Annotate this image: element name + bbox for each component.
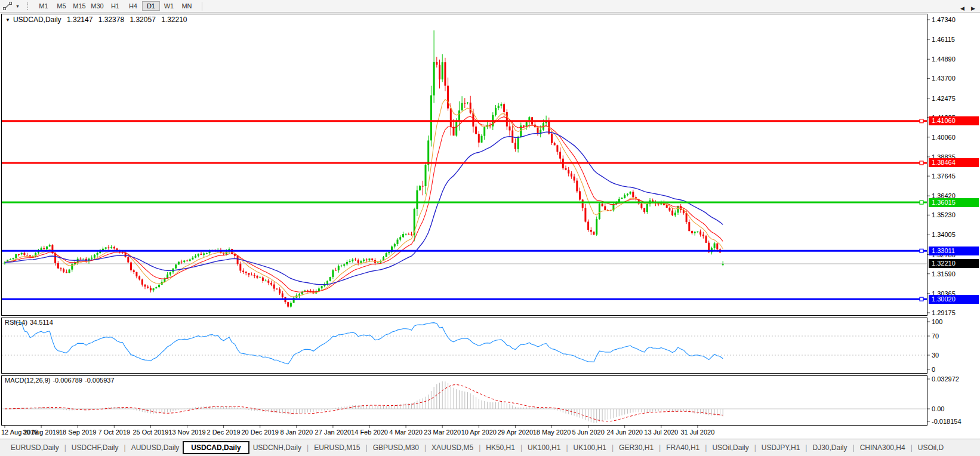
price-axis-tick: 1.31590 [932,270,956,278]
tab-separator: | [911,443,913,452]
hline-label[interactable]: 1.30020 [929,295,979,304]
tab-separator: | [805,443,807,452]
price-axis-tick: 1.47340 [932,16,956,23]
price-axis-tick: 1.40060 [932,134,956,141]
timeframe-button-m5[interactable]: M5 [53,1,70,11]
rsi-value: 34.5114 [30,319,53,326]
tab-separator: | [307,443,309,452]
chart-tab-fra40-h1[interactable]: FRA40,H1 [662,442,703,454]
date-axis-label: 14 Feb 2020 [351,429,388,436]
hline-label[interactable]: 1.38464 [929,158,979,167]
rsi-indicator-label: RSI(14)34.5114 [5,319,56,326]
timeframe-button-w1[interactable]: W1 [160,1,178,11]
date-axis-label: 30 Aug 2019 [23,429,60,436]
rsi-axis-tick: 70 [932,332,939,340]
price-axis-tick: 1.43700 [932,75,956,82]
title-marker-icon[interactable]: ▼ [5,17,10,23]
price-axis-tick: 1.34005 [932,231,956,238]
price-axis-tick: 1.42475 [932,95,956,102]
date-axis-label: 7 Oct 2019 [98,429,130,436]
chart-tab-china300-h4[interactable]: CHINA300,H4 [856,442,909,454]
tab-separator: | [64,443,66,452]
date-axis-label: 29 Apr 2020 [498,429,533,436]
macd-axis-tick: 0.00 [932,405,944,412]
tab-scroll-left-icon[interactable]: ◀ [960,5,964,11]
chart-tab-usdcnh-daily[interactable]: USDCNH,Daily [249,442,305,454]
trendline-tool-icon[interactable] [0,1,14,11]
tab-scroll-right-icon[interactable]: ▶ [971,5,975,11]
date-axis-label: 23 Mar 2020 [424,429,461,436]
date-axis-label: 10 Apr 2020 [461,429,497,436]
chart-tab-usoil-daily[interactable]: USOil,Daily [708,442,752,454]
chart-tab-usdjpy-h1[interactable]: USDJPY,H1 [758,442,803,454]
trading-terminal-window: ▼ M1M5M15M30H1H4D1W1MN ▼USDCAD,Daily 1.3… [0,0,980,456]
macd-main-value: -0.006789 [53,377,82,384]
chart-title: ▼USDCAD,Daily 1.32147 1.32378 1.32057 1.… [5,16,187,24]
date-axis-label: 8 Jan 2020 [281,429,313,436]
date-axis-label: 4 Mar 2020 [389,429,423,436]
rsi-axis-tick: 100 [932,318,942,325]
timeframe-button-d1[interactable]: D1 [142,1,160,11]
date-axis-label: 2 Dec 2019 [207,429,240,436]
macd-signal-value: -0.005937 [85,377,115,384]
timeframe-button-m30[interactable]: M30 [88,1,106,11]
current-price-label: 1.32210 [929,259,979,268]
timeframe-toolbar: ▼ M1M5M15M30H1H4D1W1MN [0,0,980,13]
price-axis-tick: 1.44890 [932,56,956,63]
tab-separator: | [124,443,126,452]
toolbar-grip[interactable] [27,2,29,10]
price-axis-tick: 1.35230 [932,211,956,218]
timeframe-button-mn[interactable]: MN [178,1,196,11]
date-axis-label: 25 Oct 2019 [132,429,168,436]
chart-tab-xauusd-m5[interactable]: XAUUSD,M5 [428,442,477,454]
chart-tab-uk100-h1[interactable]: UK100,H1 [524,442,564,454]
hline-label[interactable]: 1.36015 [929,198,979,207]
chart-tab-bar: EURUSD,Daily|USDCHF,Daily|AUDUSD,DailyUS… [0,439,980,456]
ohlc-close: 1.32210 [161,16,187,24]
toolbar-separator [202,2,202,11]
timeframe-button-h1[interactable]: H1 [106,1,124,11]
chart-tab-dj30-daily[interactable]: DJ30,Daily [809,442,850,454]
tab-separator: | [659,443,661,452]
chart-tab-usdchf-daily[interactable]: USDCHF,Daily [68,442,122,454]
toolbar-dropdown-caret[interactable]: ▼ [14,4,23,8]
macd-indicator-label: MACD(12,26,9)-0.006789-0.005937 [5,377,117,384]
date-axis-label: 5 Jun 2020 [572,429,604,436]
date-axis-label: 18 Sep 2019 [59,429,96,436]
tab-separator: | [612,443,614,452]
macd-axis-tick: 0.032972 [932,375,959,383]
chart-tab-audusd-daily[interactable]: AUDUSD,Daily [128,442,183,454]
date-axis-label: 13 Jul 2020 [644,429,678,436]
timeframe-button-m15[interactable]: M15 [70,1,88,11]
rsi-axis-tick: 30 [932,352,939,359]
timeframe-button-h4[interactable]: H4 [124,1,142,11]
chart-tab-eurusd-daily[interactable]: EURUSD,Daily [7,442,63,454]
hline-label[interactable]: 1.33011 [929,247,979,255]
chart-tab-uk100-h1[interactable]: UK100,H1 [570,442,610,454]
chart-plot-area[interactable] [0,0,980,439]
ohlc-high: 1.32378 [98,16,124,24]
chart-tab-ger30-h1[interactable]: GER30,H1 [615,442,657,454]
tab-separator: | [424,443,426,452]
hline-label[interactable]: 1.41060 [929,116,979,125]
tab-separator: | [520,443,522,452]
timeframe-buttons: M1M5M15M30H1H4D1W1MN [35,1,196,11]
date-axis-label: 24 Jun 2020 [606,429,643,436]
date-axis-label: 13 Nov 2019 [168,429,205,436]
chart-tab-usoil-d[interactable]: USOil,D [914,442,947,454]
tab-separator: | [754,443,756,452]
date-axis-label: 31 Jul 2020 [680,429,714,436]
chart-tab-usdcad-daily[interactable]: USDCAD,Daily [183,441,249,454]
chart-tab-eurusd-m15[interactable]: EURUSD,M15 [310,442,363,454]
macd-name: MACD(12,26,9) [5,377,50,384]
ohlc-low: 1.32057 [130,16,155,24]
rsi-axis-tick: 0 [932,366,935,373]
tab-separator: | [566,443,568,452]
date-axis-label: 27 Jan 2020 [315,429,352,436]
price-axis-tick: 1.46115 [932,36,955,43]
ohlc-open: 1.32147 [67,16,93,24]
chart-tab-hk50-h1[interactable]: HK50,H1 [482,442,519,454]
date-axis-label: 20 Dec 2019 [241,429,278,436]
timeframe-button-m1[interactable]: M1 [35,1,53,11]
chart-tab-gbpusd-m30[interactable]: GBPUSD,M30 [369,442,423,454]
